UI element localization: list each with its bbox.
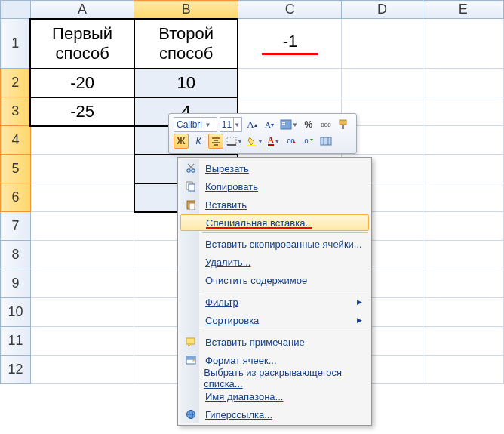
cell-c1[interactable]: -1 xyxy=(238,19,342,69)
menu-separator xyxy=(202,331,368,331)
cell-e10[interactable] xyxy=(423,298,503,327)
cell-a4[interactable] xyxy=(30,126,134,155)
cell-a2[interactable]: -20 xyxy=(30,69,134,97)
col-header-e[interactable]: E xyxy=(423,1,503,19)
svg-rect-9 xyxy=(227,137,236,145)
menu-paste-label: Вставить xyxy=(199,199,247,211)
menu-cut[interactable]: Вырезать xyxy=(180,159,370,177)
bold-button[interactable]: Ж xyxy=(174,134,189,149)
menu-separator xyxy=(202,291,368,291)
cell-e1[interactable] xyxy=(423,19,503,69)
select-all-corner[interactable] xyxy=(1,1,31,19)
cell-b1[interactable]: Второй способ xyxy=(134,19,238,69)
cell-e8[interactable] xyxy=(423,241,503,269)
fill-color-button[interactable]: ▼ xyxy=(246,134,264,149)
svg-point-18 xyxy=(192,169,195,172)
row-header-6[interactable]: 6 xyxy=(1,183,31,212)
menu-paste[interactable]: Вставить xyxy=(180,195,370,214)
menu-paste-special[interactable]: Специальная вставка... xyxy=(180,214,369,231)
menu-pick-from-list[interactable]: Выбрать из раскрывающегося списка... xyxy=(180,369,370,387)
highlight-underline xyxy=(206,227,312,229)
decrease-decimal-button[interactable]: .00 xyxy=(284,134,299,149)
menu-separator xyxy=(202,232,368,233)
italic-button[interactable]: К xyxy=(191,134,206,149)
menu-insert-comment[interactable]: Вставить примечание xyxy=(180,333,370,351)
menu-hyperlink-label: Гиперссылка... xyxy=(199,409,272,420)
row-header-2[interactable]: 2 xyxy=(1,69,31,97)
cell-e11[interactable] xyxy=(423,327,503,356)
cell-a11[interactable] xyxy=(30,327,134,356)
row-header-7[interactable]: 7 xyxy=(1,212,31,241)
row-header-9[interactable]: 9 xyxy=(1,269,31,298)
cell-b2[interactable]: 10 xyxy=(134,69,238,97)
cell-d2[interactable] xyxy=(342,69,423,97)
align-center-button[interactable] xyxy=(208,134,223,149)
menu-delete[interactable]: Удалить... xyxy=(180,253,370,271)
row-header-3[interactable]: 3 xyxy=(1,97,31,126)
decrease-font-button[interactable]: A▾ xyxy=(262,117,277,132)
format-cells-icon xyxy=(183,352,199,368)
accounting-format-button[interactable]: ▼ xyxy=(279,117,299,132)
cell-a9[interactable] xyxy=(30,269,134,298)
cell-a3[interactable]: -25 xyxy=(30,97,134,126)
svg-point-17 xyxy=(187,169,190,172)
percent-style-button[interactable]: % xyxy=(301,117,316,132)
cell-c2[interactable] xyxy=(238,69,342,97)
col-header-c[interactable]: C xyxy=(238,1,342,19)
menu-insert-copied-label: Вставить скопированные ячейки... xyxy=(199,239,362,250)
cell-e3[interactable] xyxy=(423,97,503,126)
col-header-b[interactable]: B xyxy=(134,1,238,19)
svg-rect-11 xyxy=(247,145,257,146)
row-header-5[interactable]: 5 xyxy=(1,155,31,183)
cell-e5[interactable] xyxy=(423,155,503,183)
format-painter-button[interactable] xyxy=(336,117,351,132)
menu-copy[interactable]: Копировать xyxy=(180,177,370,195)
row-header-1[interactable]: 1 xyxy=(1,19,31,69)
font-name-dropdown[interactable]: Calibri▼ xyxy=(174,117,217,132)
cell-e12[interactable] xyxy=(423,356,503,384)
cell-e4[interactable] xyxy=(423,126,503,155)
chevron-down-icon: ▼ xyxy=(233,118,240,131)
menu-named-range[interactable]: Имя диапазона... xyxy=(180,387,370,405)
row-header-4[interactable]: 4 xyxy=(1,126,31,155)
row-header-12[interactable]: 12 xyxy=(1,356,31,384)
cell-d1[interactable] xyxy=(342,19,423,69)
increase-decimal-button[interactable]: .0 xyxy=(301,134,316,149)
menu-sort[interactable]: Сортировка ▶ xyxy=(180,311,370,329)
menu-clear-contents-label: Очистить содержимое xyxy=(199,275,307,286)
increase-font-button[interactable]: A▴ xyxy=(244,117,260,132)
row-header-10[interactable]: 10 xyxy=(1,298,31,327)
menu-insert-copied[interactable]: Вставить скопированные ячейки... xyxy=(180,235,370,253)
cell-a1[interactable]: Первый способ xyxy=(30,19,134,69)
cell-e6[interactable] xyxy=(423,183,503,212)
menu-hyperlink[interactable]: Гиперссылка... xyxy=(180,405,370,423)
col-header-d[interactable]: D xyxy=(342,1,423,19)
menu-delete-label: Удалить... xyxy=(199,257,250,268)
cell-e9[interactable] xyxy=(423,269,503,298)
menu-pick-from-list-label: Выбрать из раскрывающегося списка... xyxy=(198,367,370,389)
menu-named-range-label: Имя диапазона... xyxy=(199,391,283,402)
merge-center-button[interactable] xyxy=(318,134,333,149)
cell-a8[interactable] xyxy=(30,241,134,269)
cell-a10[interactable] xyxy=(30,298,134,327)
font-color-button[interactable]: A▼ xyxy=(266,134,281,149)
menu-clear-contents[interactable]: Очистить содержимое xyxy=(180,271,370,289)
cell-e7[interactable] xyxy=(423,212,503,241)
row-header-11[interactable]: 11 xyxy=(1,327,31,356)
font-size-dropdown[interactable]: 11▼ xyxy=(220,117,242,132)
cell-a12[interactable] xyxy=(30,356,134,384)
menu-filter-label: Фильтр xyxy=(199,297,238,308)
cell-a5[interactable] xyxy=(30,155,134,183)
svg-rect-22 xyxy=(189,184,195,191)
col-header-a[interactable]: A xyxy=(30,1,134,19)
cell-a6[interactable] xyxy=(30,183,134,212)
cell-e2[interactable] xyxy=(423,69,503,97)
menu-filter[interactable]: Фильтр ▶ xyxy=(180,293,370,311)
cell-a7[interactable] xyxy=(30,212,134,241)
context-menu: Вырезать Копировать Вставить Специальная… xyxy=(177,157,372,426)
borders-button[interactable]: ▼ xyxy=(226,134,244,149)
svg-rect-25 xyxy=(186,338,195,344)
svg-rect-1 xyxy=(282,122,285,123)
comma-style-button[interactable]: 000 xyxy=(318,117,333,132)
row-header-8[interactable]: 8 xyxy=(1,241,31,269)
